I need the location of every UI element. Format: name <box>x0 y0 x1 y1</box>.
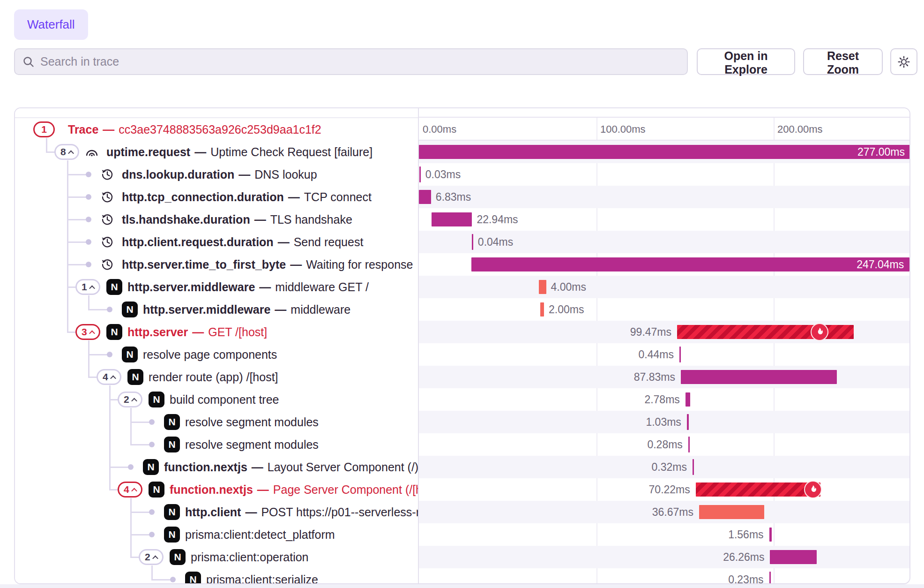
duration-label: 26.26ms <box>723 546 764 568</box>
nextjs-icon: N <box>122 302 138 317</box>
waterfall-row[interactable]: 1.56ms <box>419 523 909 546</box>
tree-expand-badge[interactable]: 2 <box>118 392 142 407</box>
span-duration-bar[interactable] <box>769 528 772 542</box>
waterfall-row[interactable]: 22.94ms <box>419 208 909 231</box>
span-row[interactable]: 1Nhttp.server.middleware—middleware GET … <box>15 276 418 298</box>
clock-history-icon <box>101 213 114 228</box>
span-duration-bar[interactable] <box>770 550 816 564</box>
waterfall-row[interactable]: 36.67ms <box>419 501 909 523</box>
open-in-explore-button[interactable]: Open in Explore <box>697 48 795 75</box>
nextjs-icon: N <box>143 459 159 475</box>
span-duration-bar[interactable] <box>693 459 694 475</box>
tree-expand-badge[interactable]: 1 <box>75 279 100 295</box>
span-row[interactable]: tls.handshake.duration—TLS handshake <box>15 208 418 231</box>
span-row[interactable]: Nresolve page components <box>15 343 418 366</box>
span-row[interactable]: http.client.request.duration—Send reques… <box>15 231 418 253</box>
span-name: function.nextjs <box>170 483 253 496</box>
tab-bar: Waterfall <box>14 9 88 40</box>
span-separator: — <box>252 460 263 474</box>
duration-label: 99.47ms <box>630 321 671 343</box>
waterfall-row[interactable]: 0.44ms <box>419 343 909 366</box>
span-duration-bar[interactable] <box>696 482 820 497</box>
span-row[interactable]: Nprisma:client:serialize <box>15 568 418 583</box>
span-duration-bar[interactable] <box>472 234 473 250</box>
tree-expand-badge[interactable]: 4 <box>118 482 142 498</box>
search-input[interactable] <box>40 55 679 68</box>
span-row[interactable]: Nresolve segment modules <box>15 411 418 433</box>
span-label: prisma:client:serialize <box>206 568 318 583</box>
waterfall-row[interactable]: 277.00ms <box>419 141 909 163</box>
span-duration-bar[interactable] <box>769 572 771 583</box>
span-row[interactable]: Nfunction.nextjs—Layout Server Component… <box>15 456 418 478</box>
tree-dot <box>170 577 176 582</box>
tab-waterfall[interactable]: Waterfall <box>14 9 88 40</box>
span-row[interactable]: 8uptime.request—Uptime Check Request [fa… <box>15 141 418 163</box>
span-row[interactable]: dns.lookup.duration—DNS lookup <box>15 163 418 186</box>
tree-expand-badge[interactable]: 8 <box>54 144 79 160</box>
span-row[interactable]: 4Nfunction.nextjs—Page Server Component … <box>15 478 418 501</box>
span-row[interactable]: 1Trace—cc3ae3748883563a926c253d9aa1c1f2 <box>15 118 418 141</box>
span-row[interactable]: Nhttp.client—POST https://p01--serverles… <box>15 501 418 523</box>
span-row[interactable]: http.tcp_connection.duration—TCP connect <box>15 186 418 208</box>
waterfall-panel: 0.00ms100.00ms200.00ms 277.00ms0.03ms6.8… <box>418 108 909 583</box>
settings-button[interactable] <box>890 48 917 75</box>
span-label: resolve segment modules <box>185 411 319 433</box>
waterfall-row[interactable]: 0.28ms <box>419 433 909 456</box>
toolbar: Open in Explore Reset Zoom <box>14 48 912 75</box>
waterfall-row[interactable]: 99.47ms <box>419 321 909 343</box>
nextjs-icon: N <box>164 504 180 520</box>
tree-expand-badge[interactable]: 1 <box>33 121 55 137</box>
span-duration-bar[interactable] <box>688 437 690 452</box>
waterfall-row[interactable]: 0.23ms <box>419 568 909 583</box>
span-duration-bar[interactable] <box>419 190 431 204</box>
nextjs-icon: N <box>164 527 180 543</box>
waterfall-row[interactable]: 0.03ms <box>419 163 909 186</box>
tree-expand-badge[interactable]: 3 <box>75 324 100 340</box>
tree-header <box>15 108 418 118</box>
span-row[interactable]: 2Nbuild component tree <box>15 388 418 411</box>
span-duration-bar[interactable] <box>419 166 421 182</box>
trace-view-page: Waterfall Open in Explore Reset Zoom <box>0 0 924 588</box>
span-duration-bar[interactable] <box>471 257 909 271</box>
waterfall-row[interactable]: 26.26ms <box>419 546 909 568</box>
span-separator: — <box>259 280 271 294</box>
fire-icon[interactable] <box>811 323 828 341</box>
fire-icon[interactable] <box>804 481 822 498</box>
span-duration-bar[interactable] <box>699 505 764 519</box>
waterfall-row[interactable]: 2.00ms <box>419 298 909 321</box>
span-duration-bar[interactable] <box>681 370 837 384</box>
span-duration-bar[interactable] <box>687 414 689 430</box>
span-duration-bar[interactable] <box>540 302 544 317</box>
waterfall-row[interactable]: 87.83ms <box>419 366 909 388</box>
span-duration-bar[interactable] <box>679 347 681 362</box>
duration-label: 4.00ms <box>551 276 586 298</box>
span-duration-bar[interactable] <box>686 392 691 407</box>
waterfall-row[interactable]: 0.32ms <box>419 456 909 478</box>
span-duration-bar[interactable] <box>539 280 546 294</box>
span-row[interactable]: 4Nrender route (app) /[host] <box>15 366 418 388</box>
waterfall-row[interactable]: 2.78ms <box>419 388 909 411</box>
waterfall-row[interactable]: 70.22ms <box>419 478 909 501</box>
waterfall-row[interactable]: 6.83ms <box>419 186 909 208</box>
search-box[interactable] <box>14 48 688 75</box>
waterfall-row[interactable]: 1.03ms <box>419 411 909 433</box>
span-duration-bar[interactable] <box>419 145 909 159</box>
tree-expand-badge[interactable]: 4 <box>97 369 121 385</box>
span-description: middleware <box>291 303 350 316</box>
reset-zoom-button[interactable]: Reset Zoom <box>803 48 883 75</box>
span-row[interactable]: 2Nprisma:client:operation <box>15 546 418 568</box>
span-row[interactable]: Nprisma:client:detect_platform <box>15 523 418 546</box>
waterfall-row[interactable]: 247.04ms <box>419 253 909 276</box>
span-name: build component tree <box>170 393 279 406</box>
span-row[interactable]: 3Nhttp.server—GET /[host] <box>15 321 418 343</box>
span-duration-bar[interactable] <box>432 212 472 226</box>
tree-dot <box>86 239 91 245</box>
span-description: Page Server Component (/[host] <box>273 483 418 496</box>
waterfall-row[interactable]: 4.00ms <box>419 276 909 298</box>
span-row[interactable]: Nresolve segment modules <box>15 433 418 456</box>
span-description: Uptime Check Request [failure] <box>210 145 373 158</box>
span-row[interactable]: http.server.time_to_first_byte—Waiting f… <box>15 253 418 276</box>
span-row[interactable]: Nhttp.server.middleware—middleware <box>15 298 418 321</box>
waterfall-row[interactable]: 0.04ms <box>419 231 909 253</box>
tree-expand-badge[interactable]: 2 <box>139 549 164 565</box>
